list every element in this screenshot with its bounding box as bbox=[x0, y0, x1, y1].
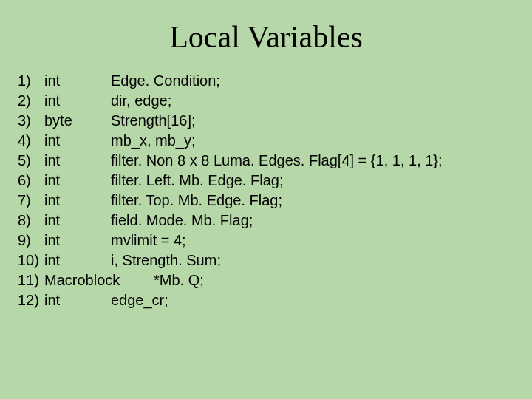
row-type: int bbox=[44, 151, 111, 171]
row-type: int bbox=[44, 191, 111, 211]
row-type: Macroblock bbox=[44, 270, 154, 290]
list-item: 10) int i, Strength. Sum; bbox=[18, 250, 514, 270]
row-number: 10) bbox=[18, 250, 44, 270]
row-value: Edge. Condition; bbox=[111, 71, 514, 91]
list-item: 3) byte Strength[16]; bbox=[18, 111, 514, 131]
list-item: 11) Macroblock *Mb. Q; bbox=[18, 270, 514, 290]
row-number: 2) bbox=[18, 91, 44, 111]
row-type: int bbox=[44, 290, 111, 310]
list-item: 2) int dir, edge; bbox=[18, 91, 514, 111]
slide: Local Variables 1) int Edge. Condition; … bbox=[0, 0, 532, 399]
row-type: int bbox=[44, 131, 111, 151]
variable-list: 1) int Edge. Condition; 2) int dir, edge… bbox=[18, 71, 514, 310]
row-number: 3) bbox=[18, 111, 44, 131]
row-type: int bbox=[44, 250, 111, 270]
row-value: filter. Left. Mb. Edge. Flag; bbox=[111, 171, 514, 191]
row-value: dir, edge; bbox=[111, 91, 514, 111]
row-value: *Mb. Q; bbox=[154, 270, 514, 290]
row-type: int bbox=[44, 211, 111, 231]
list-item: 5) int filter. Non 8 x 8 Luma. Edges. Fl… bbox=[18, 151, 514, 171]
row-value: Strength[16]; bbox=[111, 111, 514, 131]
row-value: mb_x, mb_y; bbox=[111, 131, 514, 151]
row-number: 5) bbox=[18, 151, 44, 171]
row-value: filter. Non 8 x 8 Luma. Edges. Flag[4] =… bbox=[111, 151, 514, 171]
row-number: 11) bbox=[18, 270, 44, 290]
row-number: 1) bbox=[18, 71, 44, 91]
list-item: 8) int field. Mode. Mb. Flag; bbox=[18, 211, 514, 231]
row-type: int bbox=[44, 71, 111, 91]
list-item: 7) int filter. Top. Mb. Edge. Flag; bbox=[18, 191, 514, 211]
row-value: filter. Top. Mb. Edge. Flag; bbox=[111, 191, 514, 211]
page-title: Local Variables bbox=[18, 19, 514, 55]
row-value: i, Strength. Sum; bbox=[111, 250, 514, 270]
row-number: 12) bbox=[18, 290, 44, 310]
list-item: 4) int mb_x, mb_y; bbox=[18, 131, 514, 151]
row-value: edge_cr; bbox=[111, 290, 514, 310]
row-type: int bbox=[44, 171, 111, 191]
row-number: 8) bbox=[18, 211, 44, 231]
row-type: int bbox=[44, 91, 111, 111]
list-item: 1) int Edge. Condition; bbox=[18, 71, 514, 91]
row-type: int bbox=[44, 231, 111, 250]
row-type: byte bbox=[44, 111, 111, 131]
row-number: 6) bbox=[18, 171, 44, 191]
list-item: 9) int mvlimit = 4; bbox=[18, 231, 514, 250]
row-number: 9) bbox=[18, 231, 44, 250]
row-number: 7) bbox=[18, 191, 44, 211]
list-item: 12) int edge_cr; bbox=[18, 290, 514, 310]
row-value: field. Mode. Mb. Flag; bbox=[111, 211, 514, 231]
row-value: mvlimit = 4; bbox=[111, 231, 514, 250]
row-number: 4) bbox=[18, 131, 44, 151]
list-item: 6) int filter. Left. Mb. Edge. Flag; bbox=[18, 171, 514, 191]
